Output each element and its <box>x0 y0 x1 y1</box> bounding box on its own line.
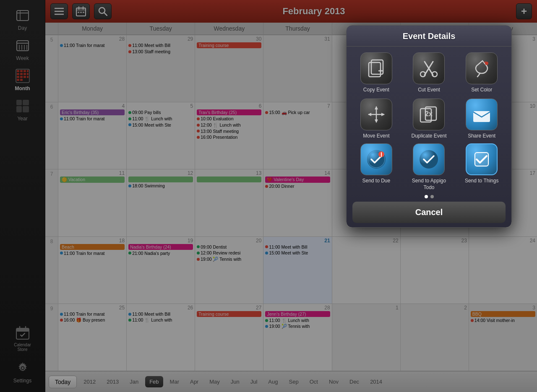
modal-dot-2[interactable] <box>430 195 434 198</box>
modal-actions-page2: Send to Due Send to AppigoTodo <box>352 143 506 191</box>
set-color-action[interactable]: Set Color <box>458 52 506 93</box>
copy-event-label: Copy Event <box>363 87 389 93</box>
send-due-action[interactable]: Send to Due <box>352 143 400 191</box>
move-event-icon <box>360 99 392 130</box>
modal-overlay: Event Details Copy Event <box>0 0 537 392</box>
modal-arrow <box>346 122 347 131</box>
send-things-label: Send to Things <box>465 178 499 184</box>
modal-dot-1[interactable] <box>425 195 428 198</box>
move-event-action[interactable]: Move Event <box>352 99 400 140</box>
svg-marker-59 <box>375 119 378 123</box>
modal-header: Event Details <box>347 26 511 47</box>
duplicate-event-icon: 2x <box>413 99 445 130</box>
share-event-action[interactable]: Share Event <box>458 99 506 140</box>
send-things-icon <box>466 143 498 175</box>
move-event-label: Move Event <box>363 133 389 140</box>
cut-event-action[interactable]: Cut Event <box>405 52 453 93</box>
modal-cancel-button[interactable]: Cancel <box>352 202 506 223</box>
event-details-modal: Event Details Copy Event <box>346 25 512 228</box>
duplicate-event-action[interactable]: 2x Duplicate Event <box>405 99 453 140</box>
svg-point-71 <box>420 150 438 169</box>
svg-point-70 <box>381 156 382 157</box>
svg-marker-58 <box>375 106 378 109</box>
modal-actions-page1: Copy Event Cut Event <box>352 52 506 139</box>
modal-title: Event Details <box>403 31 456 41</box>
set-color-label: Set Color <box>471 87 492 93</box>
copy-event-action[interactable]: Copy Event <box>352 52 400 93</box>
share-event-label: Share Event <box>468 133 495 140</box>
send-things-action[interactable]: Send to Things <box>458 143 506 191</box>
duplicate-event-label: Duplicate Event <box>411 133 446 140</box>
modal-page-dots <box>352 195 506 198</box>
svg-text:2x: 2x <box>425 110 433 117</box>
svg-marker-60 <box>368 113 371 116</box>
share-event-icon <box>466 99 498 130</box>
modal-body: Copy Event Cut Event <box>347 47 511 227</box>
send-due-icon <box>360 143 392 175</box>
cut-event-icon <box>413 52 445 84</box>
send-due-label: Send to Due <box>362 178 390 184</box>
copy-event-icon <box>360 52 392 84</box>
cut-event-label: Cut Event <box>418 87 440 93</box>
send-appigo-action[interactable]: Send to AppigoTodo <box>405 143 453 191</box>
send-appigo-label: Send to AppigoTodo <box>412 178 446 191</box>
set-color-icon <box>466 52 498 84</box>
svg-marker-61 <box>381 113 385 116</box>
send-appigo-icon <box>413 143 445 175</box>
